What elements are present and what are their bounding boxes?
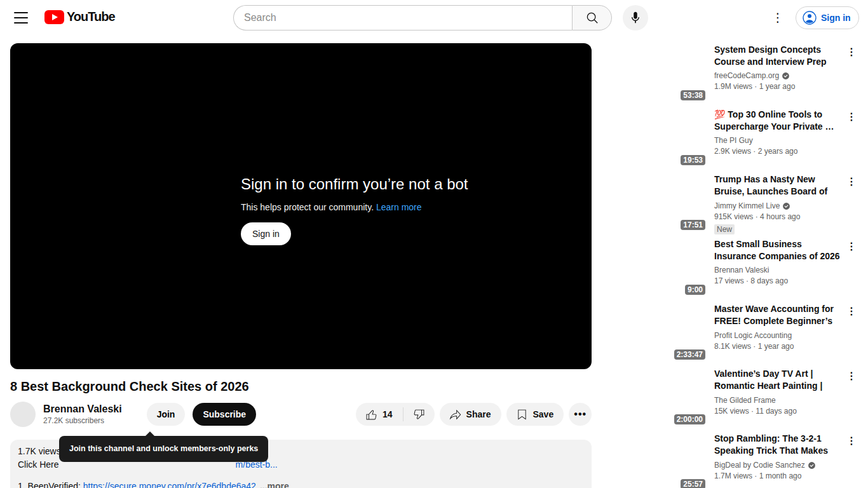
video-title[interactable]: Valentine’s Day TV Art | Romantic Heart … <box>714 367 843 393</box>
learn-more-link[interactable]: Learn more <box>376 202 422 212</box>
video-options-icon[interactable]: ⋮ <box>845 370 858 382</box>
duration-badge: 2:00:00 <box>674 414 705 424</box>
video-channel[interactable]: Brennan Valeski <box>714 266 843 274</box>
like-button[interactable]: 14 <box>356 403 403 426</box>
video-meta: 15K views · 11 days ago <box>714 407 843 416</box>
save-button[interactable]: Save <box>506 403 564 426</box>
channel-avatar[interactable] <box>10 402 36 427</box>
video-thumbnail[interactable]: 19:53 <box>602 108 709 168</box>
youtube-logo-text: YouTube <box>67 10 115 24</box>
subscriber-count: 27.2K subscribers <box>43 416 122 425</box>
video-channel[interactable]: Profit Logic Accounting <box>714 331 843 340</box>
thumbs-down-icon <box>412 408 426 421</box>
like-count: 14 <box>383 409 394 419</box>
search-input[interactable] <box>233 5 572 30</box>
top-bar: YouTube ⋮ Sign in <box>0 0 868 36</box>
video-title[interactable]: Master Wave Accounting for FREE! Complet… <box>714 302 843 328</box>
video-meta: 2.9K views · 2 years ago <box>714 147 843 156</box>
list-item[interactable]: 25:57 Stop Rambling: The 3-2-1 Speaking … <box>602 432 858 488</box>
video-thumbnail[interactable]: 17:51 <box>602 173 709 233</box>
duration-badge: 2:33:47 <box>674 349 705 360</box>
video-meta: 8.1K views · 1 year ago <box>714 342 843 351</box>
list-item[interactable]: 19:53 💯 Top 30 Online Tools to Superchar… <box>602 108 858 168</box>
menu-icon[interactable] <box>13 11 29 25</box>
related-videos: 53:38 System Design Concepts Course and … <box>602 43 858 488</box>
list-item[interactable]: 2:33:47 Master Wave Accounting for FREE!… <box>602 302 858 362</box>
video-meta: 915K views · 4 hours ago <box>714 212 843 221</box>
join-tooltip: Join this channel and unlock members-onl… <box>59 436 268 462</box>
sign-in-label: Sign in <box>821 13 851 23</box>
subscribe-button[interactable]: Subscribe <box>193 403 256 426</box>
search-bar <box>233 5 612 30</box>
sign-in-button[interactable]: Sign in <box>796 6 859 29</box>
video-meta: 1.7M views · 1 month ago <box>714 471 843 480</box>
share-button[interactable]: Share <box>440 403 501 426</box>
channel-name[interactable]: Brennan Valeski <box>43 403 122 415</box>
video-options-icon[interactable]: ⋮ <box>845 435 858 447</box>
duration-badge: 19:53 <box>681 155 705 165</box>
settings-menu-icon[interactable]: ⋮ <box>769 9 787 27</box>
video-options-icon[interactable]: ⋮ <box>845 240 858 252</box>
bookmark-icon <box>515 408 529 421</box>
list-item[interactable]: 53:38 System Design Concepts Course and … <box>602 43 858 103</box>
bot-check-message: Sign in to confirm you’re not a bot This… <box>241 175 468 245</box>
video-meta: 1.9M views · 1 year ago <box>714 82 843 91</box>
like-dislike-pill: 14 <box>356 403 435 426</box>
video-thumbnail[interactable]: 53:38 <box>602 43 709 103</box>
join-button[interactable]: Join <box>147 403 186 426</box>
video-channel[interactable]: The Gilded Frame <box>714 396 843 405</box>
share-icon <box>449 408 462 421</box>
list-item[interactable]: 2:00:00 Valentine’s Day TV Art | Romanti… <box>602 367 858 427</box>
duration-badge: 17:51 <box>681 220 705 230</box>
video-options-icon[interactable]: ⋮ <box>845 46 858 58</box>
channel-row: Brennan Valeski 27.2K subscribers Join S… <box>10 400 256 428</box>
duration-badge: 53:38 <box>681 90 705 100</box>
video-thumbnail[interactable]: 2:33:47 <box>602 302 709 362</box>
duration-badge: 25:57 <box>681 479 705 488</box>
video-channel[interactable]: The PI Guy <box>714 136 843 145</box>
mic-button[interactable] <box>623 5 648 30</box>
person-icon <box>802 10 817 25</box>
verified-icon <box>782 202 790 210</box>
mic-icon <box>628 11 642 25</box>
video-channel[interactable]: BigDeal by Codie Sanchez <box>714 461 843 470</box>
description-line-3: 1. BeenVerified: https://secure.money.co… <box>18 480 584 488</box>
save-label: Save <box>533 409 555 419</box>
thumbs-up-icon <box>365 408 378 421</box>
list-item[interactable]: 17:51 Trump Has a Nasty New Bruise, Laun… <box>602 173 858 233</box>
search-icon <box>585 11 599 25</box>
action-bar: 14 Share Save ••• <box>356 403 592 426</box>
video-title[interactable]: Best Small Business Insurance Companies … <box>714 238 843 262</box>
video-meta: 17 views · 8 days ago <box>714 276 843 285</box>
video-channel[interactable]: freeCodeCamp.org <box>714 71 843 80</box>
verified-icon <box>808 461 816 470</box>
new-badge: New <box>714 224 735 234</box>
player-sign-in-button[interactable]: Sign in <box>241 222 291 245</box>
video-thumbnail[interactable]: 9:00 <box>602 238 709 297</box>
video-thumbnail[interactable]: 25:57 <box>602 432 709 488</box>
search-button[interactable] <box>572 5 612 30</box>
more-actions-button[interactable]: ••• <box>569 403 592 426</box>
dislike-button[interactable] <box>403 403 435 426</box>
share-label: Share <box>466 409 492 419</box>
video-player[interactable]: Sign in to confirm you’re not a bot This… <box>10 43 592 369</box>
video-options-icon[interactable]: ⋮ <box>845 305 858 317</box>
video-options-icon[interactable]: ⋮ <box>845 111 858 123</box>
bot-check-headline: Sign in to confirm you’re not a bot <box>241 175 468 193</box>
bot-check-subtext: This helps protect our community. <box>241 202 374 212</box>
youtube-logo[interactable]: YouTube <box>44 10 115 24</box>
video-options-icon[interactable]: ⋮ <box>845 175 858 187</box>
video-channel[interactable]: Jimmy Kimmel Live <box>714 201 843 210</box>
verified-icon <box>782 72 790 80</box>
video-title[interactable]: Trump Has a Nasty New Bruise, Launches B… <box>714 173 843 198</box>
duration-badge: 9:00 <box>685 285 705 295</box>
video-title[interactable]: System Design Concepts Course and Interv… <box>714 43 843 68</box>
beenverified-link[interactable]: https://secure.money.com/pr/x7e6dbde6a42 <box>83 481 256 488</box>
video-thumbnail[interactable]: 2:00:00 <box>602 367 709 427</box>
video-title[interactable]: Stop Rambling: The 3-2-1 Speaking Trick … <box>714 432 843 458</box>
list-item[interactable]: 9:00 Best Small Business Insurance Compa… <box>602 238 858 297</box>
expand-description-button[interactable]: ...more <box>260 481 289 488</box>
video-title: 8 Best Background Check Sites of 2026 <box>10 379 582 394</box>
video-title[interactable]: 💯 Top 30 Online Tools to Supercharge You… <box>714 108 843 133</box>
youtube-play-icon <box>44 10 64 24</box>
